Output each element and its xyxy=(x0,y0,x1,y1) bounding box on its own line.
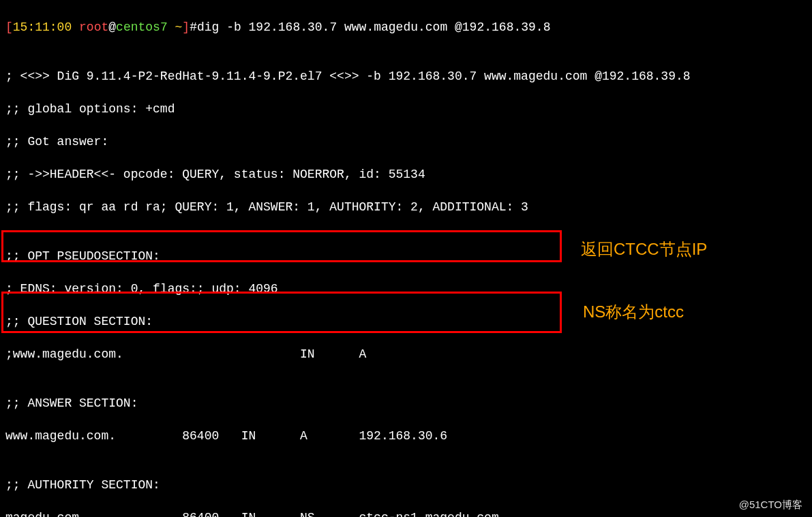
prompt-line-1: [15:11:00 root@centos7 ~]#dig -b 192.168… xyxy=(5,19,691,35)
prompt-time: 15:11:00 xyxy=(13,20,72,34)
annotation-ctcc-ip: 返回CTCC节点IP xyxy=(581,241,707,257)
output-line: ;; ->>HEADER<<- opcode: QUERY, status: N… xyxy=(5,166,691,183)
output-line: ; <<>> DiG 9.11.4-P2-RedHat-9.11.4-9.P2.… xyxy=(5,68,691,84)
highlight-box-authority xyxy=(1,292,562,333)
output-line: ;www.magedu.com. IN A xyxy=(5,346,691,362)
prompt-host: centos7 xyxy=(116,20,168,34)
prompt-dir: ~ xyxy=(175,20,183,34)
answer-line: www.magedu.com. 86400 IN A 192.168.30.6 xyxy=(5,428,691,444)
output-line: ;; Got answer: xyxy=(5,134,691,150)
output-line: ;; global options: +cmd xyxy=(5,101,691,117)
output-line: ;; ANSWER SECTION: xyxy=(5,395,691,411)
watermark: @51CTO博客 xyxy=(739,497,802,513)
prompt-user: root xyxy=(79,20,108,34)
output-line: ;; flags: qr aa rd ra; QUERY: 1, ANSWER:… xyxy=(5,199,691,215)
command-text: dig -b 192.168.30.7 www.magedu.com @192.… xyxy=(197,20,550,34)
annotation-ns-ctcc: NS称名为ctcc xyxy=(583,304,684,320)
authority-line: magedu.com. 86400 IN NS ctcc-ns1.magedu.… xyxy=(5,510,691,517)
highlight-box-answer xyxy=(1,230,562,262)
output-line: ;; AUTHORITY SECTION: xyxy=(5,477,691,493)
